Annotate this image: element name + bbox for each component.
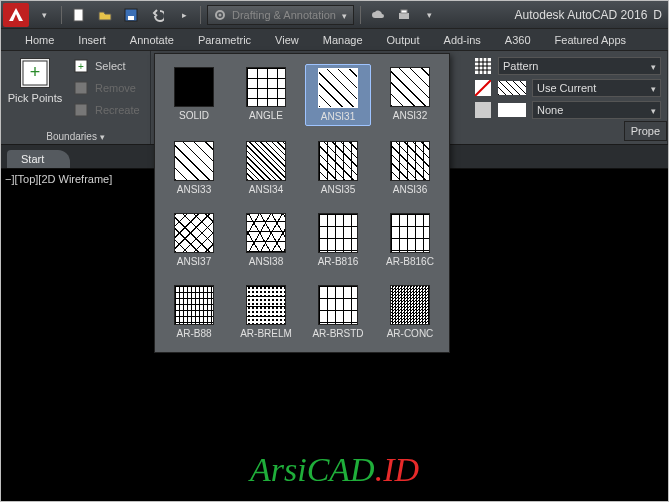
svg-text:+: + xyxy=(30,62,41,82)
workspace-label: Drafting & Annotation xyxy=(232,9,336,21)
svg-rect-2 xyxy=(128,16,134,20)
svg-point-4 xyxy=(219,13,222,16)
ribbon-tab-view[interactable]: View xyxy=(263,29,311,50)
hatch-pattern-ar-conc[interactable]: AR-CONC xyxy=(377,282,443,342)
hatch-color-dropdown[interactable]: Use Current xyxy=(532,79,661,97)
select-icon: + xyxy=(73,58,89,74)
ribbon-tab-insert[interactable]: Insert xyxy=(66,29,118,50)
ribbon-tab-annotate[interactable]: Annotate xyxy=(118,29,186,50)
hatch-pattern-label: ANSI38 xyxy=(249,256,283,267)
ribbon-tab-manage[interactable]: Manage xyxy=(311,29,375,50)
remove-label: Remove xyxy=(95,82,136,94)
hatch-type-value: Pattern xyxy=(503,60,538,72)
app-menu-button[interactable] xyxy=(3,3,29,27)
hatch-pattern-ansi37[interactable]: ANSI37 xyxy=(161,210,227,270)
title-text-area: Autodesk AutoCAD 2016 D xyxy=(515,8,666,22)
title-bar: Drafting & Annotation Autodesk AutoCAD 2… xyxy=(1,1,668,29)
qat-cloud-icon[interactable] xyxy=(366,4,390,26)
remove-button: Remove xyxy=(67,78,146,98)
bg-color-icon xyxy=(474,101,492,119)
pick-points-icon: + xyxy=(20,58,50,88)
ribbon-tab-output[interactable]: Output xyxy=(375,29,432,50)
qat-redo-icon[interactable] xyxy=(171,4,195,26)
hatch-pattern-thumb xyxy=(318,141,358,181)
hatch-type-dropdown[interactable]: Pattern xyxy=(498,57,661,75)
svg-rect-6 xyxy=(401,10,407,13)
hatch-pattern-ansi36[interactable]: ANSI36 xyxy=(377,138,443,198)
chevron-down-icon xyxy=(100,131,105,142)
hatch-pattern-solid[interactable]: SOLID xyxy=(161,64,227,126)
select-button[interactable]: + Select xyxy=(67,56,146,76)
hatch-pattern-ar-b816c[interactable]: AR-B816C xyxy=(377,210,443,270)
hatch-pattern-angle[interactable]: ANGLE xyxy=(233,64,299,126)
app-title: Autodesk AutoCAD 2016 xyxy=(515,8,648,22)
svg-text:+: + xyxy=(78,61,84,72)
ribbon-tab-parametric[interactable]: Parametric xyxy=(186,29,263,50)
svg-rect-11 xyxy=(75,82,87,94)
hatch-pattern-thumb xyxy=(174,213,214,253)
hatch-pattern-ansi31[interactable]: ANSI31 xyxy=(305,64,371,126)
hatch-pattern-label: ANSI33 xyxy=(177,184,211,195)
hatch-pattern-label: ANSI37 xyxy=(177,256,211,267)
ribbon-tab-add-ins[interactable]: Add-ins xyxy=(432,29,493,50)
file-tab-label: Start xyxy=(21,153,44,165)
chevron-down-icon xyxy=(651,82,656,94)
hatch-pattern-ansi32[interactable]: ANSI32 xyxy=(377,64,443,126)
hatch-pattern-thumb xyxy=(390,67,430,107)
hatch-pattern-ar-brstd[interactable]: AR-BRSTD xyxy=(305,282,371,342)
file-tab-start[interactable]: Start xyxy=(7,150,70,168)
hatch-pattern-thumb xyxy=(174,67,214,107)
hatch-pattern-thumb xyxy=(246,67,286,107)
panel-properties-flyout-tab[interactable]: Prope xyxy=(624,121,667,141)
ribbon-tab-a360[interactable]: A360 xyxy=(493,29,543,50)
separator xyxy=(61,6,62,24)
hatch-pattern-label: ANSI35 xyxy=(321,184,355,195)
hatch-pattern-label: AR-B816 xyxy=(318,256,359,267)
hatch-pattern-label: ANSI34 xyxy=(249,184,283,195)
hatch-color-swatch xyxy=(498,81,526,95)
bg-color-dropdown[interactable]: None xyxy=(532,101,661,119)
hatch-pattern-label: ANSI32 xyxy=(393,110,427,121)
hatch-pattern-thumb xyxy=(318,285,358,325)
hatch-pattern-label: ANSI36 xyxy=(393,184,427,195)
chevron-down-icon xyxy=(651,60,656,72)
qat-print-icon[interactable] xyxy=(392,4,416,26)
recreate-label: Recreate xyxy=(95,104,140,116)
qat-undo-icon[interactable] xyxy=(145,4,169,26)
hatch-pattern-ansi35[interactable]: ANSI35 xyxy=(305,138,371,198)
bg-color-swatch xyxy=(498,103,526,117)
hatch-pattern-label: AR-B88 xyxy=(176,328,211,339)
hatch-pattern-thumb xyxy=(390,141,430,181)
hatch-pattern-label: ANGLE xyxy=(249,110,283,121)
hatch-pattern-ar-brelm[interactable]: AR-BRELM xyxy=(233,282,299,342)
hatch-pattern-ansi34[interactable]: ANSI34 xyxy=(233,138,299,198)
panel-boundaries-title[interactable]: Boundaries xyxy=(5,130,146,144)
hatch-pattern-thumb xyxy=(174,285,214,325)
qat-new-icon[interactable] xyxy=(67,4,91,26)
qat-more-dropdown[interactable] xyxy=(418,4,442,26)
app-menu-dropdown[interactable] xyxy=(32,4,56,26)
pick-points-button[interactable]: + Pick Points xyxy=(5,54,65,130)
ribbon-tab-home[interactable]: Home xyxy=(13,29,66,50)
ribbon-tab-featured-apps[interactable]: Featured Apps xyxy=(543,29,639,50)
svg-rect-15 xyxy=(475,102,491,118)
workspace-switcher[interactable]: Drafting & Annotation xyxy=(207,5,354,25)
viewport-controls-label[interactable]: −][Top][2D Wireframe] xyxy=(5,173,112,185)
bg-color-value: None xyxy=(537,104,563,116)
hatch-color-icon xyxy=(474,79,492,97)
chevron-down-icon xyxy=(651,104,656,116)
hatch-pattern-ansi38[interactable]: ANSI38 xyxy=(233,210,299,270)
hatch-pattern-ar-b816[interactable]: AR-B816 xyxy=(305,210,371,270)
hatch-pattern-ar-b88[interactable]: AR-B88 xyxy=(161,282,227,342)
qat-save-icon[interactable] xyxy=(119,4,143,26)
recreate-button: Recreate xyxy=(67,100,146,120)
hatch-pattern-ansi33[interactable]: ANSI33 xyxy=(161,138,227,198)
hatch-pattern-label: AR-B816C xyxy=(386,256,434,267)
svg-rect-12 xyxy=(75,104,87,116)
ribbon-tab-strip: HomeInsertAnnotateParametricViewManageOu… xyxy=(1,29,668,51)
qat-open-icon[interactable] xyxy=(93,4,117,26)
hatch-pattern-thumb xyxy=(246,285,286,325)
svg-rect-5 xyxy=(399,13,409,19)
watermark: ArsiCAD.ID xyxy=(1,451,668,489)
hatch-pattern-thumb xyxy=(390,285,430,325)
